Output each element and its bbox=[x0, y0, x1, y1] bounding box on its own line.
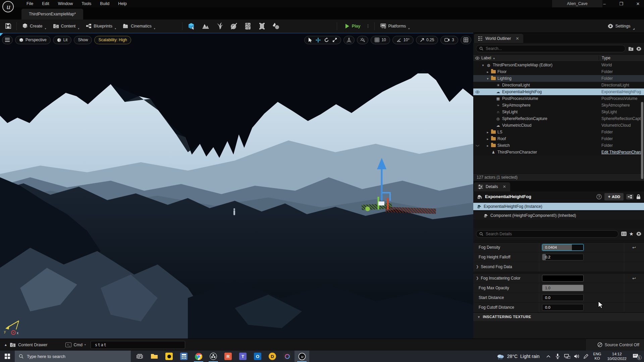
notification-button[interactable]: 5 bbox=[630, 351, 644, 362]
grid-snap-button[interactable]: 10 bbox=[371, 36, 390, 44]
scale-tool-icon[interactable] bbox=[332, 38, 337, 42]
eye-closed-icon[interactable] bbox=[475, 144, 480, 147]
outliner-row[interactable]: ▸SketchFolder bbox=[473, 142, 644, 149]
component-row[interactable]: Component (HeightFogComponent0) (Inherit… bbox=[473, 212, 644, 220]
outliner-row[interactable]: ▦PostProcessVolumePostProcessVolume bbox=[473, 95, 644, 102]
expand-caret[interactable]: ▸ bbox=[486, 70, 489, 74]
property-value-input[interactable]: 1.0 bbox=[542, 285, 584, 291]
outliner-row[interactable]: ▾◍ThirdPersonExampleMap (Editor)World bbox=[473, 62, 644, 68]
cmd-button[interactable]: >_ Cmd ▾ bbox=[65, 343, 86, 347]
play-options-button[interactable]: ⋮ bbox=[364, 23, 372, 28]
unreal-engine-button[interactable]: u bbox=[294, 351, 309, 362]
expand-caret[interactable]: ❯ bbox=[476, 276, 479, 280]
menu-build[interactable]: Build bbox=[96, 0, 114, 7]
help-icon[interactable]: ? bbox=[596, 194, 602, 199]
outliner-row[interactable]: ▸RoofFolder bbox=[473, 135, 644, 142]
outliner-row[interactable]: ◎SphereReflectionCaptureSphereReflection… bbox=[473, 115, 644, 122]
display-filter-icon[interactable] bbox=[621, 232, 627, 236]
blueprints-button[interactable]: Blueprints▾ bbox=[83, 19, 119, 33]
outliner-row[interactable]: ≈SkyAtmosphereSkyAtmosphere bbox=[473, 102, 644, 109]
outliner-column-header[interactable]: Label▴ Type bbox=[473, 54, 644, 62]
cinematics-button[interactable]: Cinematics▾ bbox=[119, 19, 159, 33]
modeling-mode-button[interactable] bbox=[258, 22, 266, 31]
create-button[interactable]: Create▾ bbox=[19, 19, 50, 33]
property-value-input[interactable]: 0.0 bbox=[542, 304, 584, 311]
edit-character-link[interactable]: Edit ThirdPersonChara bbox=[601, 150, 642, 155]
outliner-row[interactable]: ☁ExponentialHeightFogExponentialHeightFo… bbox=[473, 88, 644, 95]
level-tab[interactable]: ThirdPersonExampleMap* bbox=[21, 9, 83, 19]
expand-caret[interactable]: ▸ bbox=[486, 144, 489, 147]
select-tool-icon[interactable] bbox=[308, 38, 312, 42]
angle-snap-button[interactable]: 10° bbox=[392, 36, 414, 44]
menu-window[interactable]: Window bbox=[54, 0, 77, 7]
network-tray-button[interactable] bbox=[562, 351, 572, 362]
level-viewport[interactable]: y x Perspective Lit Show Scalability: Hi… bbox=[0, 33, 473, 339]
maximize-viewport-button[interactable] bbox=[461, 36, 471, 44]
instance-row[interactable]: ExponentialHeightFog (Instance) bbox=[473, 203, 644, 210]
obs-button[interactable] bbox=[206, 351, 221, 362]
volume-tray-button[interactable] bbox=[572, 351, 581, 362]
close-icon[interactable]: ✕ bbox=[516, 36, 519, 41]
taskbar-weather[interactable]: 28°C Light rain bbox=[492, 354, 544, 359]
platforms-button[interactable]: Platforms▾ bbox=[377, 19, 413, 33]
outliner-row[interactable]: ♟ThirdPersonCharacterEdit ThirdPersonCha… bbox=[473, 149, 644, 156]
lit-button[interactable]: Lit bbox=[53, 36, 72, 44]
perspective-button[interactable]: Perspective bbox=[15, 36, 51, 44]
add-component-button[interactable]: +ADD bbox=[604, 193, 624, 200]
pen-tray-button[interactable] bbox=[581, 351, 591, 362]
rotate-tool-icon[interactable] bbox=[324, 38, 329, 43]
restore-button[interactable]: ❐ bbox=[618, 1, 625, 6]
scalability-button[interactable]: Scalability: High bbox=[94, 36, 131, 44]
fracture-mode-button[interactable] bbox=[244, 22, 252, 31]
unreal-logo-icon[interactable]: u bbox=[2, 1, 14, 12]
r-app-button[interactable]: R bbox=[221, 351, 235, 362]
mesh-paint-mode-button[interactable] bbox=[229, 22, 238, 31]
foliage-mode-button[interactable] bbox=[215, 22, 224, 31]
details-tab[interactable]: Details ✕ bbox=[474, 182, 510, 191]
outliner-row[interactable]: ✳DirectionalLightDirectionalLight bbox=[473, 82, 644, 88]
world-outliner-tab[interactable]: World Outliner ✕ bbox=[474, 34, 523, 43]
property-value-input[interactable]: 0.0 bbox=[542, 294, 584, 301]
menu-tools[interactable]: Tools bbox=[77, 0, 96, 7]
show-button[interactable]: Show bbox=[74, 36, 92, 44]
teams-button[interactable]: T bbox=[235, 351, 250, 362]
favorites-star-icon[interactable]: ★ bbox=[629, 231, 634, 237]
world-space-button[interactable] bbox=[343, 36, 355, 44]
expand-caret[interactable]: ▾ bbox=[481, 63, 485, 67]
landscape-mode-button[interactable] bbox=[201, 22, 210, 31]
outliner-row[interactable]: ∩SkyLightSkyLight bbox=[473, 109, 644, 115]
details-settings-gear-icon[interactable] bbox=[636, 231, 641, 236]
chrome-button[interactable] bbox=[191, 351, 206, 362]
outlook-button[interactable]: O bbox=[250, 351, 265, 362]
source-control-button[interactable]: Source Control Off bbox=[597, 342, 639, 347]
media-player-button[interactable] bbox=[162, 351, 176, 362]
hidden-icons-button[interactable] bbox=[544, 351, 553, 362]
taskbar-search-input[interactable]: Type here to search bbox=[15, 351, 131, 362]
taskbar-clock[interactable]: 14:12 10/02/2022 bbox=[604, 352, 630, 361]
expand-caret[interactable]: ▸ bbox=[486, 137, 489, 141]
start-button[interactable] bbox=[0, 351, 15, 362]
expand-caret[interactable]: ▾ bbox=[486, 77, 489, 80]
select-mode-button[interactable] bbox=[187, 22, 196, 31]
menu-file[interactable]: File bbox=[22, 0, 38, 7]
outliner-row[interactable]: ▸FloorFolder bbox=[473, 68, 644, 75]
microphone-tray-button[interactable] bbox=[553, 351, 562, 362]
file-explorer-button[interactable] bbox=[147, 351, 162, 362]
visibility-eye-icon[interactable] bbox=[475, 90, 480, 94]
settings-button[interactable]: Settings◢ bbox=[604, 19, 638, 33]
minimize-button[interactable]: – bbox=[601, 1, 608, 6]
menu-help[interactable]: Help bbox=[114, 0, 131, 7]
camera-speed-button[interactable]: 3 bbox=[440, 36, 458, 44]
play-button[interactable]: Play bbox=[341, 19, 364, 33]
viewport-options-button[interactable] bbox=[2, 36, 13, 44]
revert-icon[interactable]: ↩ bbox=[632, 245, 636, 250]
outliner-search-input[interactable]: Search... bbox=[476, 45, 626, 52]
close-button[interactable]: ✕ bbox=[635, 1, 641, 6]
lock-icon[interactable] bbox=[636, 194, 641, 199]
surface-snapping-button[interactable] bbox=[357, 36, 368, 44]
outliner-row[interactable]: ☁VolumetricCloudVolumetricCloud bbox=[473, 122, 644, 129]
content-drawer-button[interactable]: ▲ Content Drawer bbox=[0, 339, 51, 351]
scale-snap-button[interactable]: 0.25 bbox=[416, 36, 438, 44]
details-scrollbar[interactable] bbox=[641, 102, 643, 179]
content-button[interactable]: Content▾ bbox=[50, 19, 83, 33]
